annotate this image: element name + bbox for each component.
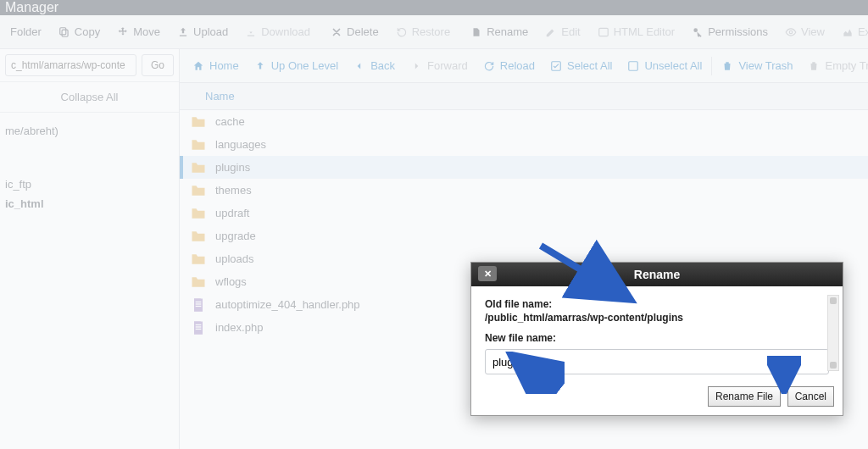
folder-row[interactable]: languages xyxy=(180,133,868,156)
restore-button[interactable]: Restore xyxy=(387,20,459,43)
folder-icon xyxy=(190,205,207,222)
nav-toolbar: Home Up One Level Back Forward Reload Se… xyxy=(180,49,868,83)
old-filename-label: Old file name: xyxy=(485,298,829,310)
window-titlebar: Manager xyxy=(0,0,868,15)
forward-button[interactable]: Forward xyxy=(403,54,476,77)
path-input[interactable] xyxy=(5,54,136,76)
svg-rect-8 xyxy=(196,301,202,302)
folder-row[interactable]: themes xyxy=(180,179,868,202)
permissions-button[interactable]: Permissions xyxy=(683,20,776,43)
svg-rect-7 xyxy=(194,298,203,311)
upload-button[interactable]: Upload xyxy=(169,20,236,43)
tree-home[interactable]: me/abreht) xyxy=(3,121,175,141)
cancel-button[interactable]: Cancel xyxy=(787,386,834,407)
go-button[interactable]: Go xyxy=(142,54,174,76)
key-icon xyxy=(692,26,704,38)
svg-rect-11 xyxy=(194,321,203,334)
back-button[interactable]: Back xyxy=(346,54,403,77)
close-icon[interactable]: ✕ xyxy=(478,266,497,281)
app-title: Manager xyxy=(5,0,58,14)
file-name: themes xyxy=(215,184,252,197)
home-icon xyxy=(192,60,204,72)
svg-rect-14 xyxy=(196,328,202,329)
up-icon xyxy=(254,60,266,72)
svg-rect-6 xyxy=(629,61,638,70)
view-button[interactable]: View xyxy=(776,20,833,43)
view-trash-button[interactable]: View Trash xyxy=(714,54,800,77)
unselect-all-button[interactable]: Unselect All xyxy=(620,54,709,77)
name-column: Name xyxy=(205,90,235,103)
main-toolbar: Folder Copy Move Upload Download Delete … xyxy=(0,15,868,49)
html-editor-icon xyxy=(598,26,609,38)
folder-tree: me/abreht) ic_ftp ic_html xyxy=(0,113,179,222)
folder-icon xyxy=(190,182,207,199)
empty-trash-icon xyxy=(808,60,820,72)
sidebar: Go Collapse All me/abreht) ic_ftp ic_htm… xyxy=(0,49,180,449)
move-icon xyxy=(117,26,129,38)
new-filename-label: New file name: xyxy=(485,332,829,344)
html-editor-button[interactable]: HTML Editor xyxy=(589,20,683,43)
folder-row[interactable]: plugins xyxy=(180,156,868,179)
folder-button[interactable]: Folder xyxy=(2,20,50,43)
up-one-level-button[interactable]: Up One Level xyxy=(247,54,347,77)
tree-html[interactable]: ic_html xyxy=(3,194,175,213)
folder-row[interactable]: upgrade xyxy=(180,224,868,247)
download-icon xyxy=(245,26,257,38)
svg-rect-10 xyxy=(196,305,202,306)
file-name: upgrade xyxy=(215,230,256,242)
extract-button[interactable]: Extr xyxy=(833,20,868,43)
delete-button[interactable]: Delete xyxy=(322,20,387,43)
folder-icon xyxy=(190,228,207,245)
file-name: updraft xyxy=(215,207,249,219)
trash-icon xyxy=(721,60,733,72)
reload-button[interactable]: Reload xyxy=(476,54,542,77)
old-filename-value: /public_html/amarras/wp-content/plugins xyxy=(485,312,829,324)
php-file-icon xyxy=(190,297,207,313)
dialog-scrollbar[interactable] xyxy=(827,295,839,371)
column-header[interactable]: Name xyxy=(180,83,868,110)
extract-icon xyxy=(842,26,854,38)
empty-trash-button[interactable]: Empty Trash xyxy=(800,54,868,77)
file-name: autoptimize_404_handler.php xyxy=(215,298,360,311)
folder-row[interactable]: updraft xyxy=(180,202,868,224)
eye-icon xyxy=(785,26,797,38)
copy-icon xyxy=(58,26,70,38)
folder-icon xyxy=(190,251,207,268)
svg-point-3 xyxy=(694,28,698,32)
svg-rect-1 xyxy=(60,27,66,34)
folder-icon xyxy=(190,274,207,291)
reload-icon xyxy=(483,60,495,72)
edit-button[interactable]: Edit xyxy=(537,20,588,43)
path-row: Go xyxy=(0,49,179,82)
pencil-icon xyxy=(545,26,557,38)
forward-icon xyxy=(410,60,422,72)
dialog-title: Rename xyxy=(634,268,680,281)
collapse-all-button[interactable]: Collapse All xyxy=(0,82,179,113)
file-name: cache xyxy=(215,115,245,128)
svg-rect-2 xyxy=(598,28,608,36)
delete-icon xyxy=(331,26,342,38)
new-filename-input[interactable] xyxy=(485,349,829,374)
select-all-button[interactable]: Select All xyxy=(542,54,620,77)
uncheck-icon xyxy=(627,60,639,72)
folder-icon xyxy=(190,136,207,153)
rename-file-button[interactable]: Rename File xyxy=(708,386,781,407)
rename-button[interactable]: Rename xyxy=(462,20,537,43)
download-button[interactable]: Download xyxy=(236,20,319,43)
back-icon xyxy=(353,60,365,72)
folder-row[interactable]: cache xyxy=(180,110,868,133)
folder-icon xyxy=(190,159,207,176)
svg-rect-13 xyxy=(196,326,202,327)
file-name: wflogs xyxy=(215,275,247,288)
svg-rect-9 xyxy=(196,303,202,304)
check-icon xyxy=(550,60,562,72)
php-file-icon xyxy=(190,319,207,336)
file-name: uploads xyxy=(215,252,254,265)
dialog-titlebar: ✕ Rename xyxy=(471,263,843,286)
folder-icon xyxy=(190,114,207,130)
home-button[interactable]: Home xyxy=(185,54,247,77)
copy-button[interactable]: Copy xyxy=(50,20,108,43)
svg-point-4 xyxy=(789,30,793,34)
move-button[interactable]: Move xyxy=(108,20,169,43)
tree-ftp[interactable]: ic_ftp xyxy=(3,175,175,194)
